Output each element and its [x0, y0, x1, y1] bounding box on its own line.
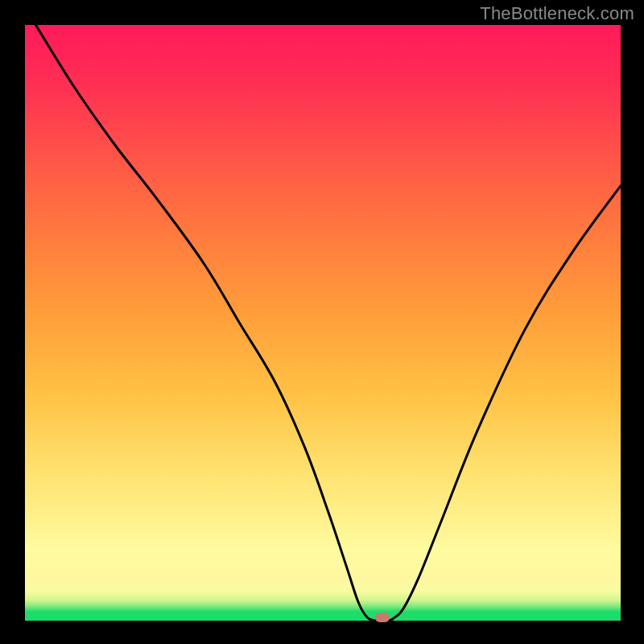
- bottleneck-curve-svg: [25, 25, 621, 621]
- attribution-text: TheBottleneck.com: [480, 3, 634, 24]
- optimal-point-marker: [375, 613, 390, 622]
- chart-container: TheBottleneck.com: [0, 0, 644, 644]
- bottleneck-curve-path: [25, 25, 621, 621]
- plot-area: [25, 25, 621, 621]
